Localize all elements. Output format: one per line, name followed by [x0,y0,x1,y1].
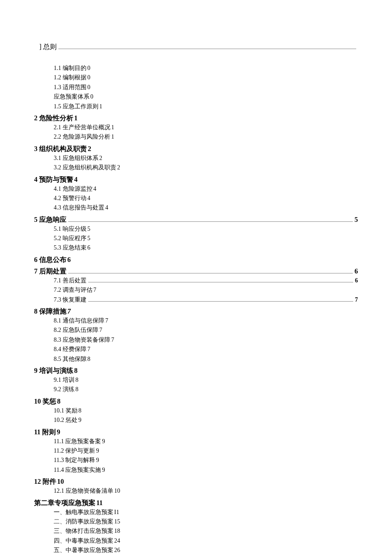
toc-entry-label: 一、触电事故应急预案 [54,508,113,517]
toc-entry-page: 26 [114,546,120,555]
toc-section-heading: 9 培训与演练 8 [34,366,358,375]
toc-sub-entry: 10.2 惩处 9 [54,416,358,425]
toc-entry-page: 0 [87,73,90,82]
toc-entry-page: 9 [96,446,99,456]
toc-section-heading: 7 后期处置6 [34,267,358,276]
toc-entry-label: 7.2 调查与评估 [54,285,92,295]
toc-entry-label: 11.1 应急预案备案 [54,437,101,446]
toc-entry-page: 8 [78,406,81,416]
toc-entry-label: 8.3 应急物资装备保障 [54,335,110,345]
toc-sub-entry: 8.3 应急物资装备保障 7 [54,335,358,345]
toc-entry-page: 8 [74,367,78,375]
toc-entry-page: 4 [105,203,108,212]
toc-entry-page: 9 [78,416,81,425]
toc-entry-label: 4 预防与预警 [34,175,73,184]
toc-section-heading: 4 预防与预警 4 [34,175,358,184]
toc-entry-page: 0 [87,64,90,73]
toc-sub-entry: 4.3 信息报告与处置 4 [54,203,358,212]
toc-entry-page: 8 [87,355,90,364]
toc-entry-label: 1.5 应急工作原则 [54,102,98,111]
toc-entry-page: 5 [355,216,358,224]
toc-entry-page: 8 [57,398,61,405]
toc-section-heading: 第二章专项应急预案 11 [34,499,358,508]
toc-entry-label: 1.1 编制目的 [54,64,86,73]
toc-section-heading: 5 应急响应5 [34,215,358,224]
toc-sub-entry: 7.3 恢复重建7 [54,295,358,305]
toc-entry-label: 2 危险性分析 [34,114,73,123]
toc-sub-entry: 4.2 预警行动 4 [54,194,358,203]
toc-entry-label: 2.2 危险源与风险分析 [54,132,110,142]
leader-line [88,278,353,282]
toc-entry-label: 8.5 其他保隙 [54,355,86,364]
toc-entry-label: 四、中毒事故应急预案 [54,536,113,546]
toc-sub-entry: 5.3 应急结束 6 [54,243,358,253]
toc-entry-label: 3.1 应急组织体系 [54,154,98,163]
toc-entry-label: 8.4 经费保障 [54,345,86,354]
toc-entry-page: 4 [87,194,90,203]
toc-entry-label: 5 应急响应 [34,215,66,224]
toc-entry-page: 15 [114,517,120,526]
toc-sub-entry: 一、触电事故应急预案 I1 [54,508,358,517]
leader-line [58,44,356,49]
toc-sub-entry: 9.2 演练 8 [54,385,358,394]
toc-entry-page: 8 [75,385,78,394]
toc-sub-entry: 应急预案体系 0 [54,92,358,102]
toc-entry-page: 6 [67,256,71,264]
toc-entry-page: I1 [114,508,119,517]
toc-entry-label: 3.2 应急组织机构及职责 [54,163,116,172]
toc-entry-label: 5.2 响应程序 [54,234,86,243]
toc-sub-entry: 3.2 应急组织机构及职责 2 [54,163,358,172]
toc-sub-entry: 2.1 生产经营单位概况 1 [54,123,358,132]
toc-entry-label: 6 信息公布 [34,256,66,264]
toc-section-heading: 8 保障措施 7 [34,307,358,316]
toc-entry-page: 0 [87,83,90,92]
toc-entry-page: 9 [57,428,60,436]
toc-entry-label: 7.1 善后处置 [54,276,86,285]
toc-sub-entry: 3.1 应急组织体系 2 [54,154,358,163]
toc-entry-label: 10.2 惩处 [54,416,78,425]
toc-entry-page: 5 [87,224,90,234]
toc-sub-entry: 三、物体打击应急预案 18 [54,526,358,536]
toc-sub-entry: 11.3 制定与解释 9 [54,456,358,465]
toc-entry-label: 3 组织机构及职责 [34,145,87,154]
toc-entry-label: 8.1 通信与信息保障 [54,316,104,325]
toc-sub-entry: 8.2 应急队伍保障 7 [54,325,358,335]
toc-sub-entry: 11.2 保护与更新 9 [54,446,358,456]
toc-entry-label: 8 保障措施 [34,307,66,316]
toc-sub-entry: 四、中毒事故应急预案 24 [54,536,358,546]
toc-entry-page: 10 [114,486,120,496]
toc-entry-page: 24 [114,536,120,546]
toc-top-entry: ] 总则 [39,43,358,52]
toc-entry-label: 10.1 奖励 [54,406,78,416]
toc-body: 1.1 编制目的 01.2 编制根据 01.3 适用范围 0应急预案体系 01.… [34,64,358,555]
toc-entry-page: 10 [57,478,64,485]
toc-entry-page: 7 [67,308,71,315]
toc-entry-page: 7 [87,345,90,354]
toc-entry-label: 2.1 生产经营单位概况 [54,123,110,132]
toc-entry-page: 7 [93,285,96,295]
toc-entry-label: 9 培训与演练 [34,366,73,375]
toc-sub-entry: 8.1 通信与信息保障 7 [54,316,358,325]
toc-sub-entry: 1.3 适用范围 0 [54,83,358,92]
toc-entry-page: 6 [355,267,358,275]
toc-sub-entry: 11.1 应急预案备案 9 [54,437,358,446]
toc-entry-page: 5 [87,234,90,243]
toc-entry-label: 11.2 保护与更新 [54,446,95,456]
toc-entry-page: 9 [96,456,99,465]
toc-entry-page: 6 [355,276,358,285]
toc-section-heading: 12 附件 10 [34,477,358,486]
toc-sub-entry: 7.1 善后处置6 [54,276,358,285]
toc-sub-entry: 五、中暑事故应急预案 26 [54,546,358,555]
toc-entry-page: 2 [99,154,102,163]
toc-section-heading: 11 附则 9 [34,428,358,437]
toc-entry-page: 8 [75,375,78,385]
toc-entry-label: 二、消防事故应急预案 [54,517,113,526]
toc-entry-label: 12.1 应急物资储备清单 [54,486,113,496]
toc-entry-page: 0 [90,92,93,102]
toc-sub-entry: 12.1 应急物资储备清单 10 [54,486,358,496]
toc-entry-label: 10 奖惩 [34,397,56,406]
toc-entry-label: 11 附则 [34,428,56,437]
toc-entry-page: 2 [88,145,91,153]
toc-entry-label: 4.1 危险源监控 [54,184,92,194]
toc-entry-label: 5.3 应急结束 [54,243,86,253]
